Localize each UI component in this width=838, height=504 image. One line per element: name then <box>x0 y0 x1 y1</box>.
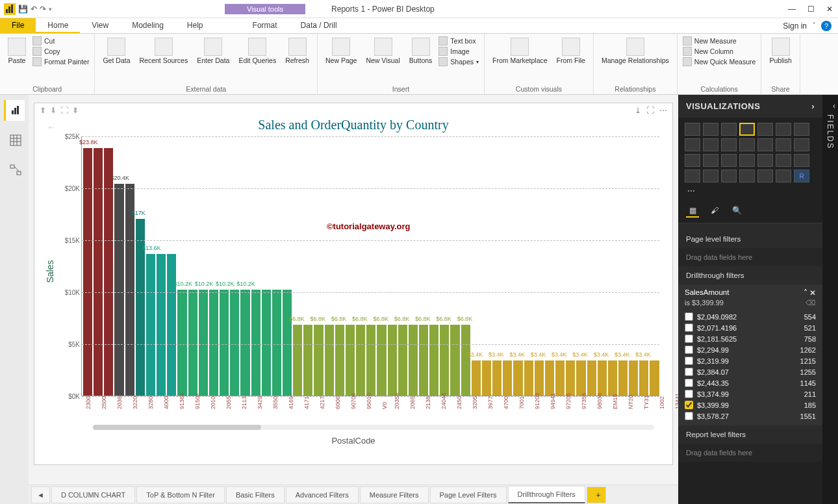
bar[interactable]: $3.4K <box>555 360 565 396</box>
viz-type-icon[interactable] <box>776 170 791 183</box>
viz-type-icon[interactable] <box>794 154 809 167</box>
viz-type-icon[interactable] <box>757 138 773 151</box>
collapse-icon[interactable]: ˄ <box>804 289 807 297</box>
bar[interactable]: $10.2K <box>199 290 208 396</box>
bar[interactable]: $13.6K <box>146 254 155 396</box>
manage-relationships-button[interactable]: Manage Relationships <box>599 36 672 66</box>
page-tab[interactable]: Measure Filters <box>360 486 429 503</box>
filter-checkbox[interactable] <box>685 346 693 354</box>
new-column-button[interactable]: New Column <box>683 47 756 56</box>
viz-type-icon[interactable] <box>739 123 755 136</box>
bar[interactable] <box>450 325 459 396</box>
qat-dropdown-icon[interactable]: ▾ <box>49 6 52 12</box>
bar[interactable] <box>409 325 418 396</box>
menu-home[interactable]: Home <box>36 18 80 33</box>
viz-type-icon[interactable] <box>703 138 718 151</box>
viz-type-icon[interactable] <box>703 154 718 167</box>
bar[interactable] <box>587 360 596 396</box>
bar[interactable]: $3.4K <box>472 360 481 396</box>
viz-type-icon[interactable]: R <box>794 170 809 183</box>
bar[interactable]: $6.8K <box>356 325 365 396</box>
filter-value-row[interactable]: $2,294.991262 <box>685 344 816 355</box>
bar[interactable] <box>388 325 397 396</box>
back-nav-icon[interactable]: ← <box>47 123 55 132</box>
filter-checkbox[interactable] <box>685 323 693 332</box>
viz-type-icon[interactable] <box>776 123 791 136</box>
bar[interactable] <box>272 290 281 396</box>
bar[interactable] <box>262 290 271 396</box>
bar[interactable]: $6.8K <box>314 325 323 396</box>
menu-file[interactable]: File <box>0 18 36 33</box>
bar[interactable] <box>346 325 355 396</box>
more-icon[interactable]: ⋯ <box>659 106 667 115</box>
tab-nav-prev[interactable]: ◄ <box>31 486 50 503</box>
bar[interactable] <box>629 360 638 396</box>
bar[interactable] <box>209 290 218 396</box>
viz-type-icon[interactable] <box>721 170 737 183</box>
viz-type-icon[interactable] <box>721 123 737 136</box>
viz-more-icon[interactable]: ⋯ <box>685 185 700 197</box>
recent-sources-button[interactable]: Recent Sources <box>136 36 190 66</box>
bar[interactable] <box>188 290 197 396</box>
bar[interactable] <box>94 148 103 396</box>
page-tab[interactable]: Drillthrough Filters <box>508 486 585 503</box>
filter-checkbox[interactable] <box>685 368 693 376</box>
bar[interactable] <box>608 360 617 396</box>
chevron-right-icon[interactable]: › <box>811 101 815 111</box>
new-visual-button[interactable]: New Visual <box>363 36 402 66</box>
drill-down-icon[interactable]: ⬇ <box>50 106 57 115</box>
menu-datadrill[interactable]: Data / Drill <box>289 18 349 33</box>
menu-modeling[interactable]: Modeling <box>120 18 175 33</box>
filter-value-row[interactable]: $2,071.4196521 <box>685 322 816 333</box>
menu-format[interactable]: Format <box>241 18 289 33</box>
remove-filter-icon[interactable]: ✕ <box>809 289 816 297</box>
new-measure-button[interactable]: New Measure <box>683 36 756 45</box>
from-file-button[interactable]: From File <box>554 36 588 66</box>
filter-checkbox[interactable] <box>685 334 693 343</box>
help-icon[interactable]: ? <box>821 21 832 31</box>
bar[interactable]: $6.8K <box>419 325 428 396</box>
bar[interactable] <box>283 290 292 396</box>
bar[interactable]: $3.4K <box>492 360 502 396</box>
viz-type-icon[interactable] <box>757 170 773 183</box>
filter-checkbox[interactable] <box>685 401 693 409</box>
bar[interactable]: $6.8K <box>293 325 302 396</box>
horizontal-scrollbar[interactable] <box>93 425 654 430</box>
filter-value-row[interactable]: $2,181.5625758 <box>685 333 816 344</box>
viz-type-icon[interactable] <box>703 170 718 183</box>
focus-icon[interactable]: ⛶ <box>646 106 654 115</box>
filter-value-row[interactable]: $3,578.271551 <box>685 410 816 422</box>
analytics-tab-icon[interactable]: 🔍 <box>730 206 743 218</box>
viz-type-icon[interactable] <box>721 138 737 151</box>
bar[interactable] <box>545 360 554 396</box>
bar[interactable] <box>104 148 113 396</box>
filter-value-row[interactable]: $2,443.351145 <box>685 377 816 388</box>
cut-button[interactable]: Cut <box>32 36 89 45</box>
bar[interactable] <box>524 360 533 396</box>
undo-icon[interactable]: ↶ <box>31 5 37 14</box>
bar[interactable] <box>230 290 239 396</box>
edit-queries-button[interactable]: Edit Queries <box>236 36 279 66</box>
signin-link[interactable]: Sign in <box>783 21 807 31</box>
page-tab[interactable]: Page Level Filters <box>430 486 507 503</box>
filter-checkbox[interactable] <box>685 390 693 398</box>
maximize-icon[interactable]: ☐ <box>807 5 815 14</box>
filter-checkbox[interactable] <box>685 312 693 321</box>
bar[interactable] <box>503 360 512 396</box>
viz-type-icon[interactable] <box>776 138 791 151</box>
menu-view[interactable]: View <box>80 18 120 33</box>
ribbon-collapse-icon[interactable]: ˅ <box>812 21 816 31</box>
filter-value-row[interactable]: $2,319.991215 <box>685 355 816 366</box>
shapes-button[interactable]: Shapes▾ <box>438 57 479 66</box>
drill-toggle-icon[interactable]: ⬍ <box>72 106 79 115</box>
bar[interactable] <box>650 360 659 396</box>
bar[interactable]: $6.8K <box>440 325 449 396</box>
bar[interactable]: $10.2K <box>240 290 249 396</box>
viz-type-icon[interactable] <box>721 154 737 167</box>
viz-type-icon[interactable] <box>739 170 755 183</box>
bar[interactable] <box>566 360 575 396</box>
redo-icon[interactable]: ↷ <box>40 5 46 14</box>
copy-button[interactable]: Copy <box>32 47 89 56</box>
textbox-button[interactable]: Text box <box>438 36 479 45</box>
enter-data-button[interactable]: Enter Data <box>194 36 232 66</box>
